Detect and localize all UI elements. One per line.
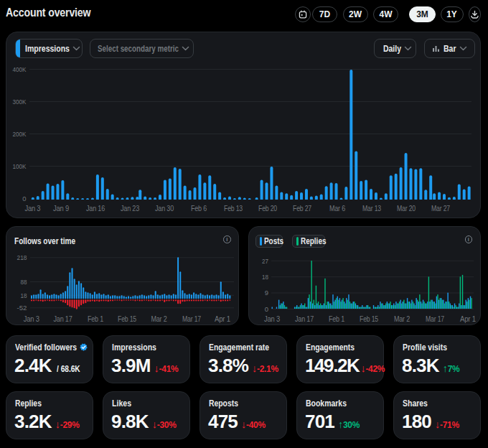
svg-text:18: 18 (262, 273, 268, 281)
svg-text:Mar 20: Mar 20 (397, 205, 416, 213)
svg-text:0: 0 (22, 195, 26, 202)
svg-text:Feb 13: Feb 13 (224, 205, 243, 213)
svg-text:9: 9 (265, 289, 268, 297)
svg-text:Apr 1: Apr 1 (460, 315, 477, 323)
svg-text:100K: 100K (13, 162, 27, 170)
svg-text:Jan 3: Jan 3 (24, 205, 41, 213)
svg-text:Jan 3: Jan 3 (264, 315, 281, 323)
svg-text:Jan 9: Jan 9 (53, 205, 70, 213)
svg-text:Jan 16: Jan 16 (86, 205, 105, 213)
svg-text:Feb 27: Feb 27 (293, 205, 312, 213)
svg-text:Jan 17: Jan 17 (295, 315, 314, 323)
svg-text:Feb 6: Feb 6 (191, 205, 207, 213)
svg-text:Jan 30: Jan 30 (155, 205, 174, 213)
svg-text:Mar 6: Mar 6 (329, 205, 346, 213)
svg-text:300K: 300K (13, 98, 27, 106)
svg-text:Feb 20: Feb 20 (258, 205, 278, 213)
svg-text:0: 0 (265, 305, 268, 313)
svg-text:Feb 1: Feb 1 (329, 315, 345, 323)
svg-text:Mar 17: Mar 17 (426, 315, 445, 323)
svg-text:27: 27 (262, 257, 268, 265)
svg-text:400K: 400K (13, 65, 27, 73)
svg-text:Mar 27: Mar 27 (431, 205, 451, 213)
svg-text:Jan 23: Jan 23 (121, 205, 140, 213)
svg-text:Mar 2: Mar 2 (394, 315, 410, 323)
svg-text:Feb 15: Feb 15 (360, 315, 379, 323)
svg-text:Mar 13: Mar 13 (362, 205, 382, 213)
svg-text:200K: 200K (13, 130, 27, 138)
